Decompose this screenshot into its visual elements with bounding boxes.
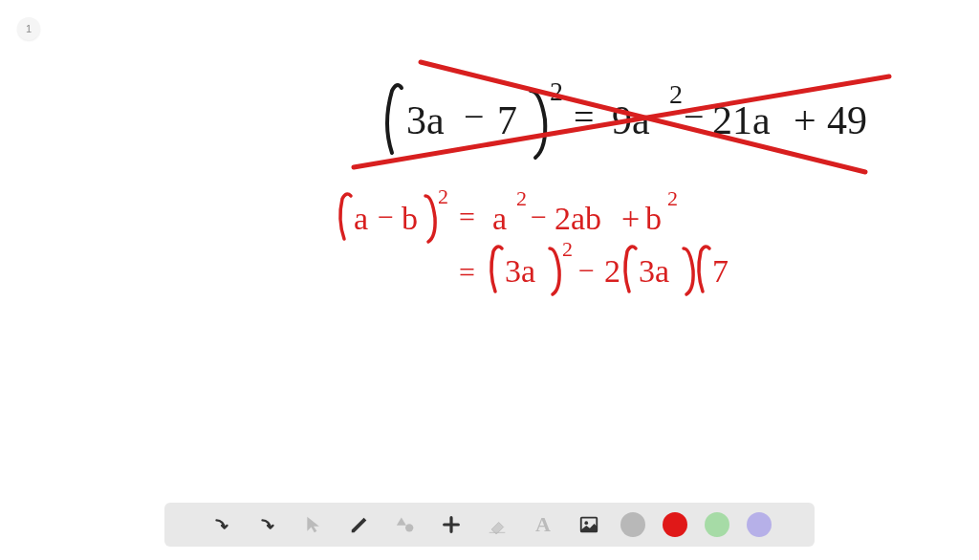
equation-line-3: = 3a 2 − 2 3a 7	[459, 237, 729, 294]
eraser-tool-button[interactable]	[483, 510, 511, 539]
eq2-b: b	[402, 201, 418, 236]
svg-point-0	[405, 524, 413, 531]
equation-line-1: 3a − 7 2 = 9a 2 − 21a + 49	[387, 76, 867, 158]
eq1-7: 7	[497, 98, 517, 142]
eq2-sq3: 2	[667, 186, 678, 210]
toolbar: A	[164, 503, 815, 547]
eq2-minus2: −	[531, 201, 547, 232]
shapes-icon	[396, 515, 415, 534]
drawing-canvas[interactable]: 3a − 7 2 = 9a 2 − 21a + 49 a − b 2 = a 2…	[0, 0, 979, 560]
eq1-3a: 3a	[406, 98, 445, 142]
select-tool-button[interactable]	[299, 510, 328, 539]
pen-tool-button[interactable]	[345, 510, 374, 539]
eq1-plus: +	[794, 98, 816, 142]
plus-icon	[441, 514, 462, 535]
eq2-2ab: 2ab	[555, 201, 601, 236]
eq3-3a2: 3a	[639, 253, 669, 289]
eq3-eq: =	[459, 256, 475, 288]
pen-icon	[349, 514, 370, 535]
eq2-sq2: 2	[516, 186, 527, 210]
undo-button[interactable]	[207, 510, 236, 539]
eq2-minus: −	[378, 201, 394, 232]
svg-point-2	[584, 521, 588, 525]
eq1-sq2: 2	[669, 79, 683, 109]
color-red[interactable]	[663, 512, 687, 537]
eq2-a2: a	[492, 201, 507, 236]
cursor-icon	[304, 515, 323, 534]
color-green[interactable]	[705, 512, 729, 537]
eq3-7: 7	[712, 253, 729, 289]
equation-line-2: a − b 2 = a 2 − 2ab + b 2	[340, 184, 678, 242]
eq2-eq: =	[459, 201, 475, 232]
add-button[interactable]	[437, 510, 466, 539]
redo-button[interactable]	[253, 510, 282, 539]
eq3-minus: −	[578, 254, 595, 286]
image-tool-button[interactable]	[575, 510, 603, 539]
eq2-b2: b	[645, 201, 662, 236]
color-gray[interactable]	[620, 512, 645, 537]
eq3-sq1: 2	[562, 237, 573, 261]
eraser-icon	[488, 515, 507, 534]
eq1-49: 49	[827, 98, 867, 142]
text-icon: A	[535, 512, 551, 537]
eq2-plus: +	[621, 201, 640, 236]
shapes-tool-button[interactable]	[391, 510, 420, 539]
eq3-2: 2	[604, 253, 620, 289]
eq2-sq1: 2	[438, 184, 448, 208]
color-purple[interactable]	[747, 512, 772, 537]
undo-icon	[211, 514, 232, 535]
redo-icon	[257, 514, 278, 535]
eq1-sq1: 2	[550, 76, 563, 106]
eq1-minus: −	[464, 97, 484, 137]
image-icon	[578, 514, 599, 535]
eq3-3a: 3a	[505, 253, 535, 289]
text-tool-button[interactable]: A	[529, 510, 557, 539]
eq2-a: a	[354, 201, 368, 236]
